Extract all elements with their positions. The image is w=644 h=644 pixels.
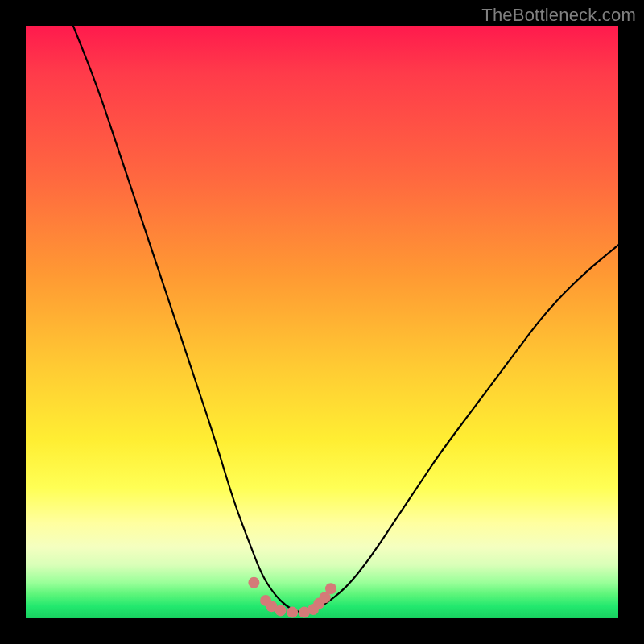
floor-dots-group (248, 577, 336, 618)
floor-dot (248, 577, 259, 588)
floor-dot (275, 605, 287, 616)
plot-area (26, 26, 618, 618)
curve-svg (26, 26, 618, 618)
floor-dot (325, 583, 336, 594)
outer-frame: TheBottleneck.com (0, 0, 644, 644)
bottleneck-curve (73, 26, 618, 613)
watermark-text: TheBottleneck.com (481, 5, 636, 26)
floor-dot (287, 607, 298, 618)
